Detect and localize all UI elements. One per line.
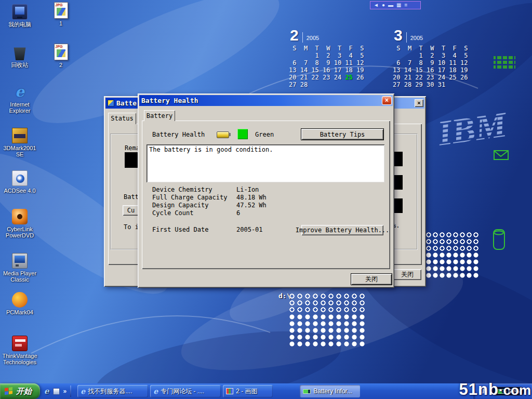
taskbar-divider <box>70 385 71 397</box>
speaker-icon[interactable]: ◄ <box>374 2 379 9</box>
powerdvd-icon <box>12 209 28 224</box>
battery-icon <box>303 389 311 394</box>
health-status-swatch <box>237 129 248 139</box>
watermark: 51nb·com <box>459 380 531 399</box>
desktop-icon-media-player-classic[interactable]: Media Player Classic <box>1 253 38 283</box>
chevron-more-icon[interactable]: » <box>63 388 67 395</box>
document-quick-launch-icon[interactable] <box>53 388 60 395</box>
close-button[interactable]: 关闭 <box>393 269 421 280</box>
calendar-month-header: 3 2005 <box>393 28 468 43</box>
calendar-week: 1 2 3 4 5 <box>289 52 364 59</box>
close-icon[interactable]: × <box>382 96 392 105</box>
cu-button[interactable]: Cu <box>123 205 139 216</box>
desktop-icon-thinkvantage[interactable]: ThinkVantage Technologies <box>1 336 38 365</box>
calendar-week-pre: 20 21 22 23 24 <box>289 74 345 81</box>
language-bar[interactable]: ◄ ● ▬ ▦ ≡ <box>370 1 421 9</box>
task-buttons: e 找不到服务器.... e 专门网论坛 - .... 2 - 画图 Batte… <box>77 385 360 397</box>
calendar-year: 2005 <box>410 35 423 43</box>
first-used-date-value: 2005-01 <box>236 226 263 233</box>
battery-app-icon <box>108 100 114 107</box>
paint-icon <box>226 388 233 394</box>
quick-launch: e » <box>40 385 75 397</box>
calendar-week: 6 7 8 9 10 11 12 <box>393 59 468 66</box>
calendar-week: 27 28 29 30 31 <box>393 81 468 88</box>
start-button[interactable]: 开始 <box>0 383 40 399</box>
file-label: 1 <box>59 20 62 26</box>
jpg-badge: JPG <box>55 3 63 7</box>
desktop-icon-internet-explorer[interactable]: e Internet Explorer <box>1 84 38 114</box>
improve-battery-health-button[interactable]: Improve Battery Health... <box>301 225 383 235</box>
desktop-icon-label: ThinkVantage Technologies <box>1 353 38 365</box>
ie-quick-launch-icon[interactable]: e <box>44 387 49 396</box>
desktop-icon-label: ACDSee 4.0 <box>4 188 35 194</box>
close-icon[interactable]: × <box>415 99 423 107</box>
task-label: Battery Infor... <box>313 388 352 395</box>
calendar-week: 13 14 15 16 17 18 19 <box>393 66 468 74</box>
calendar-day-headers: S M T W T F S <box>393 45 468 52</box>
grid-icon[interactable]: ▦ <box>396 2 401 9</box>
desktop-icon-recycle-bin[interactable]: 回收站 <box>1 45 38 68</box>
desktop-icon-pcmark04[interactable]: PCMark04 <box>1 292 38 315</box>
volume-icon[interactable]: ▬ <box>388 2 393 9</box>
desktop-icon-label: Internet Explorer <box>1 101 38 114</box>
windows-flag-icon <box>5 387 13 395</box>
desktop-icon-label: Media Player Classic <box>1 270 38 283</box>
watermark-suffix: ·com <box>499 382 531 398</box>
dot-pattern-filled <box>425 252 480 279</box>
microphone-icon[interactable]: ● <box>382 2 385 9</box>
task-button-paint[interactable]: 2 - 画图 <box>223 385 273 397</box>
cycle-count-label: Cycle Count <box>152 209 193 217</box>
dot-pattern-filled <box>288 314 367 347</box>
battery-tips-button[interactable]: Battery Tips <box>301 129 383 140</box>
dialog-title: Battery Health <box>141 97 198 104</box>
3dmark-icon <box>12 128 28 143</box>
battery-health-dialog: Battery Health × Battery Battery Health … <box>138 94 394 288</box>
task-button-forum[interactable]: e 专门网论坛 - .... <box>150 385 221 397</box>
calendar-today: 25 <box>345 74 352 81</box>
condition-textbox[interactable]: The battery is in good condition. <box>147 144 384 182</box>
thinkvantage-icon <box>12 336 28 351</box>
desktop-icon-label: PCMark04 <box>6 309 33 315</box>
calendar-divider <box>302 32 303 43</box>
start-label: 开始 <box>16 387 32 396</box>
acdsee-icon <box>12 170 28 186</box>
battery-health-titlebar[interactable]: Battery Health × <box>139 95 393 106</box>
calendar-march: 3 2005 S M T W T F S 1 2 3 4 5 6 7 8 9 1… <box>393 28 468 88</box>
task-button-battery-information[interactable]: Battery Infor... <box>300 385 360 397</box>
desktop-icon-acdsee[interactable]: ACDSee 4.0 <box>1 170 38 194</box>
design-capacity-label: Design Capacity <box>152 202 208 209</box>
calendar-month-header: 2 2005 <box>289 28 364 43</box>
desktop-icon-label: 回收站 <box>11 62 29 68</box>
tab-battery[interactable]: Battery <box>144 110 175 121</box>
calendar-year: 2005 <box>307 35 319 43</box>
ie-icon: e <box>153 387 158 395</box>
first-used-date-label: First Used Date <box>152 226 208 233</box>
desktop-icon-my-computer[interactable]: 我的电脑 <box>1 4 38 28</box>
task-label: 2 - 画图 <box>236 387 257 396</box>
to-label: To i <box>124 223 139 231</box>
design-capacity-value: 47.52 Wh <box>236 202 267 209</box>
jpg-file-icon: JPG <box>54 2 68 19</box>
desktop-file-1[interactable]: JPG 1 <box>49 2 73 26</box>
desktop-icon-label: CyberLink PowerDVD <box>1 226 38 238</box>
desktop-icon-3dmark2001[interactable]: 3DMark2001 SE <box>1 128 38 157</box>
menu-icon[interactable]: ≡ <box>404 2 407 9</box>
battery-icon <box>217 131 229 138</box>
desktop-file-2[interactable]: JPG 2 <box>49 44 73 68</box>
jpg-badge: JPG <box>55 45 63 49</box>
task-button-server-not-found[interactable]: e 找不到服务器.... <box>77 385 148 397</box>
close-button[interactable]: 关闭 <box>351 274 392 285</box>
jpg-file-icon: JPG <box>54 44 68 60</box>
recycle-bin-icon <box>12 45 28 60</box>
calendar-day-headers: S M T W T F S <box>289 45 364 52</box>
calendar-month-number: 2 <box>290 28 299 43</box>
calendar-week: 27 28 <box>289 81 364 88</box>
condition-text: The battery is in good condition. <box>149 146 273 153</box>
cycle-count-value: 6 <box>236 209 240 217</box>
window-title: Batte <box>116 99 137 107</box>
desktop-icon-powerdvd[interactable]: CyberLink PowerDVD <box>1 209 38 238</box>
task-label: 找不到服务器.... <box>88 387 132 396</box>
tab-status[interactable]: Status <box>108 113 136 124</box>
grid-decoration-icon <box>494 56 515 70</box>
battery-health-value: Green <box>255 131 274 138</box>
